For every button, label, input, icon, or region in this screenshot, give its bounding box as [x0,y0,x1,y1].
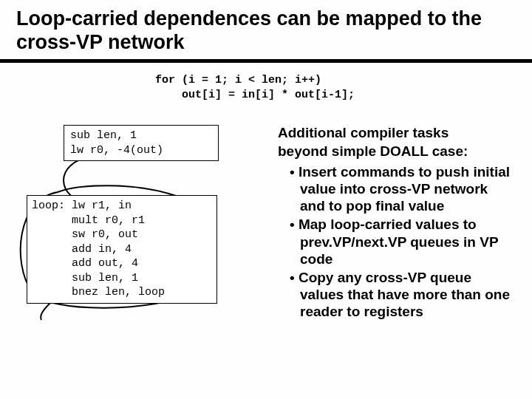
list-item: Insert commands to push initial value in… [290,163,511,215]
notes-column: Additional compiler tasks beyond simple … [248,125,511,321]
loop-code-box: loop: lw r1, in mult r0, r1 sw r0, out a… [27,195,217,304]
notes-heading: Additional compiler tasks [278,125,511,142]
notes-subheading: beyond simple DOALL case: [278,143,511,160]
list-item: Copy any cross-VP queue values that have… [290,269,511,321]
init-code-box: sub len, 1 lw r0, -4(out) [64,125,219,161]
assembly-column: sub len, 1 lw r0, -4(out) loop: lw r1, i… [27,125,248,304]
slide-title: Loop-carried dependences can be mapped t… [0,0,532,63]
source-code: for (i = 1; i < len; i++) out[i] = in[i]… [155,73,532,103]
content-columns: sub len, 1 lw r0, -4(out) loop: lw r1, i… [0,125,532,321]
bullet-list: Insert commands to push initial value in… [278,163,511,321]
list-item: Map loop-carried values to prev.VP/next.… [290,216,511,267]
